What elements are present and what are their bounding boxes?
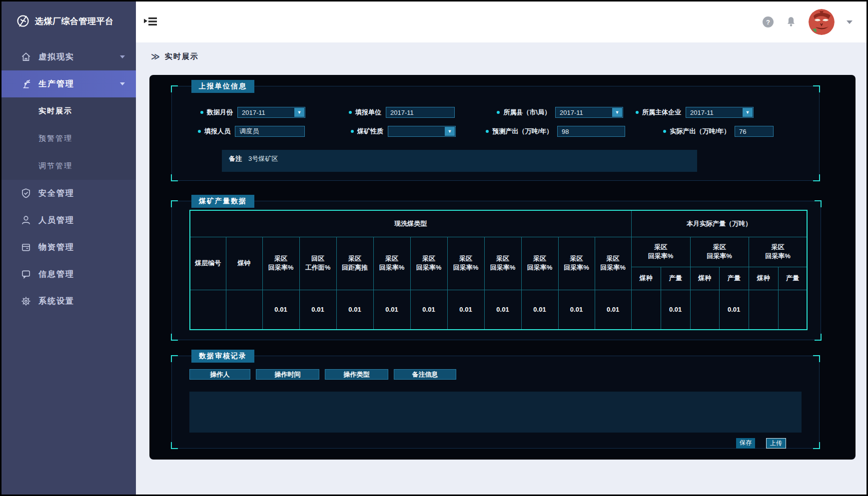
- sidebar-item-production[interactable]: 生产管理: [1, 70, 136, 97]
- audit-col-remark[interactable]: 备注信息: [394, 369, 456, 380]
- topbar: ?: [136, 1, 867, 42]
- data-cell[interactable]: 0.01: [661, 290, 690, 330]
- corner-accent: [171, 174, 178, 181]
- forecast-output-input[interactable]: 预测产出（万吨/年） 98: [557, 126, 625, 137]
- sidebar-item-personnel[interactable]: 人员管理: [1, 207, 136, 234]
- audit-records-list: [189, 392, 802, 433]
- audit-col-operator[interactable]: 操作人: [189, 369, 250, 380]
- fill-person-input[interactable]: 填报人员 调度员: [235, 126, 305, 137]
- col-header: 采区回采率%: [595, 237, 631, 290]
- dropdown-arrow-icon[interactable]: ▼: [445, 127, 455, 136]
- section-title: 数据审核记录: [191, 350, 254, 363]
- field-label: 煤矿性质: [351, 126, 383, 137]
- data-cell[interactable]: [778, 290, 807, 330]
- corner-accent: [815, 334, 822, 341]
- bullet-dot-icon: [200, 111, 203, 114]
- data-cell-seam[interactable]: [190, 290, 226, 330]
- data-cell[interactable]: 0.01: [373, 290, 410, 330]
- county-select[interactable]: 所属县（市\局） 2017-11▼: [555, 107, 623, 118]
- audit-col-time[interactable]: 操作时间: [256, 369, 319, 380]
- corner-accent: [171, 200, 178, 207]
- sidebar-item-label: 人员管理: [38, 215, 74, 226]
- breadcrumb-label: 实时展示: [165, 52, 199, 61]
- col-header-seam: 煤层编号: [190, 237, 226, 290]
- field-label: 填报单位: [349, 107, 381, 118]
- account-menu-chevron-icon[interactable]: [847, 20, 853, 24]
- data-cell[interactable]: 0.01: [299, 290, 336, 330]
- col-header: 采区回采率%: [484, 237, 521, 290]
- actual-output-input[interactable]: 实际产出（万吨/年） 76: [735, 126, 774, 137]
- remark-label: 备注: [229, 154, 242, 163]
- fill-unit-input[interactable]: 填报单位 2017-11: [386, 107, 455, 118]
- field-label: 预测产出（万吨/年）: [486, 126, 553, 137]
- data-cell[interactable]: 0.01: [262, 290, 299, 330]
- data-cell[interactable]: 0.01: [595, 290, 631, 330]
- sidebar-item-label: 虚拟现实: [38, 52, 74, 62]
- field-label: 填报人员: [198, 126, 230, 137]
- audit-col-type[interactable]: 操作类型: [325, 369, 388, 380]
- data-cell[interactable]: 0.01: [336, 290, 373, 330]
- output-table: 现洗煤类型 本月实际产量（万吨） 煤层编号 煤钟 采区回采率% 回区工作面% 采…: [189, 210, 808, 330]
- data-cell[interactable]: 0.01: [558, 290, 595, 330]
- chat-icon: [20, 269, 31, 280]
- remark-value: 3号煤矿区: [248, 154, 278, 163]
- sidebar-subitem-warning[interactable]: 预警管理: [1, 125, 136, 152]
- group-header: 采区回采率%: [631, 237, 690, 267]
- dropdown-arrow-icon[interactable]: ▼: [294, 108, 304, 117]
- table-group-actual: 本月实际产量（万吨）: [631, 210, 807, 237]
- data-cell-coal[interactable]: [226, 290, 262, 330]
- main-content: 上报单位信息 数据月份 2017-11▼ 填报单位 2017-11 所属县（市\…: [136, 71, 867, 495]
- data-cell[interactable]: [690, 290, 719, 330]
- corner-accent: [813, 355, 820, 362]
- data-cell[interactable]: 0.01: [410, 290, 447, 330]
- sidebar-item-label: 系统设置: [38, 296, 74, 307]
- sidebar-item-virtual-reality[interactable]: 虚拟现实: [1, 43, 136, 70]
- col-header: 采区回采率%: [447, 237, 484, 290]
- app-logo-row: 选煤厂综合管理平台: [1, 1, 136, 27]
- mine-nature-select[interactable]: 煤矿性质 ▼: [388, 126, 456, 137]
- sidebar-item-materials[interactable]: 物资管理: [1, 234, 136, 261]
- data-cell[interactable]: 0.01: [719, 290, 749, 330]
- dropdown-arrow-icon[interactable]: ▼: [612, 108, 622, 117]
- enterprise-select[interactable]: 所属主体企业 2017-11▼: [686, 107, 754, 118]
- sub-header-output: 产量: [661, 267, 690, 290]
- sidebar-subitem-adjust[interactable]: 调节管理: [1, 152, 136, 180]
- sidebar-item-safety[interactable]: 安全管理: [1, 180, 136, 207]
- bullet-dot-icon: [349, 111, 352, 114]
- breadcrumb: ≫ 实时展示: [136, 42, 867, 71]
- remark-box[interactable]: 备注 3号煤矿区: [222, 150, 697, 172]
- field-label: 实际产出（万吨/年）: [663, 126, 730, 137]
- data-cell[interactable]: [749, 290, 778, 330]
- dropdown-arrow-icon[interactable]: ▼: [743, 108, 753, 117]
- corner-accent: [815, 200, 822, 207]
- sub-header-output: 产量: [719, 267, 749, 290]
- app-root: 选煤厂综合管理平台 虚拟现实: [0, 0, 868, 496]
- col-header: 采区回采率%: [262, 237, 299, 290]
- collapse-sidebar-icon[interactable]: [144, 15, 158, 27]
- corner-accent: [171, 85, 178, 92]
- sub-header-coal: 煤种: [631, 267, 661, 290]
- sidebar-item-information[interactable]: 信息管理: [1, 261, 136, 288]
- field-label: 所属主体企业: [636, 107, 681, 118]
- data-cell[interactable]: 0.01: [521, 290, 558, 330]
- data-cell[interactable]: 0.01: [447, 290, 484, 330]
- bullet-dot-icon: [636, 111, 639, 114]
- corner-accent: [813, 442, 820, 449]
- section-output-data: 煤矿产量数据 现洗煤类型 本月实际产量（万吨） 煤层编号 煤钟: [171, 201, 821, 340]
- bullet-dot-icon: [663, 130, 666, 133]
- corner-accent: [813, 174, 820, 181]
- col-header: 回区工作面%: [299, 237, 336, 290]
- save-button[interactable]: 保存: [736, 438, 755, 449]
- avatar[interactable]: [809, 9, 835, 35]
- upload-button[interactable]: 上传: [766, 438, 786, 449]
- group-header: 采区回采率%: [749, 237, 807, 267]
- data-cell[interactable]: [631, 290, 661, 330]
- sidebar-item-settings[interactable]: 系统设置: [1, 288, 136, 315]
- sidebar-item-label: 安全管理: [38, 188, 74, 199]
- notification-bell-icon[interactable]: [786, 16, 797, 28]
- data-cell[interactable]: 0.01: [484, 290, 521, 330]
- data-month-select[interactable]: 数据月份 2017-11▼: [237, 107, 305, 118]
- section-title: 上报单位信息: [191, 80, 254, 93]
- help-icon[interactable]: ?: [763, 16, 774, 27]
- sidebar-subitem-realtime[interactable]: 实时展示: [1, 97, 136, 125]
